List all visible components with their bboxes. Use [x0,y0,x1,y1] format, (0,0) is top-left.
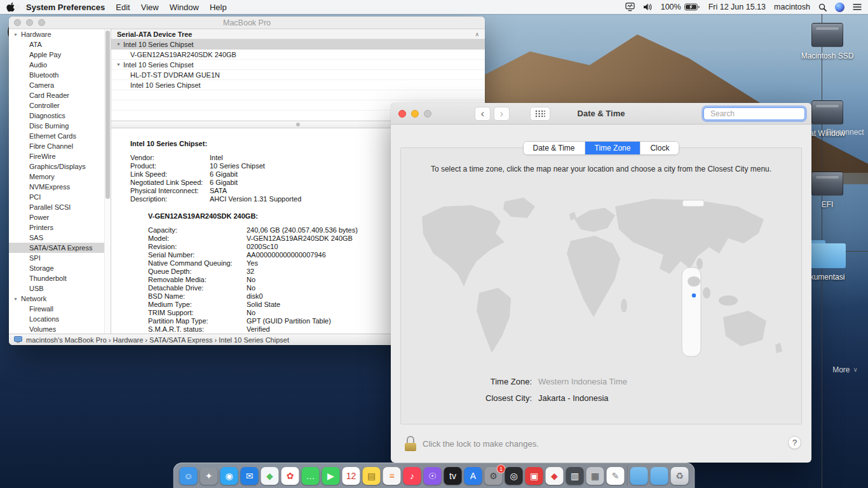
tree-row-intel-10-series-chipset[interactable]: ▼ Intel 10 Series Chipset [111,80,485,90]
sidebar-scrollbar[interactable] [104,29,111,334]
active-app-name[interactable]: System Preferences [26,3,105,12]
sidebar-item-storage[interactable]: ▼ Storage [9,263,111,273]
dock-icon-dark-app[interactable]: ◎ [505,467,523,485]
dock-icon-photos[interactable]: ✿ [281,467,299,485]
sidebar-item-usb[interactable]: ▼ USB [9,283,111,294]
sidebar-item-controller[interactable]: ▼ Controller [9,100,111,111]
tree-row[interactable]: ▼ [111,90,485,100]
sidebar-item-spi[interactable]: ▼ SPI [9,253,111,263]
sidebar-item-printers[interactable]: ▼ Printers [9,222,111,233]
dock-icon-finder[interactable]: ☺ [180,467,198,485]
sidebar-item-hardware[interactable]: ▼ Hardware [9,29,111,39]
sidebar-item-nvmexpress[interactable]: ▼ NVMExpress [9,182,111,192]
show-all-grid-button[interactable] [530,107,550,121]
dock-icon-printer[interactable]: ▦ [587,467,604,485]
dock-icon-maps[interactable]: ◆ [261,467,279,485]
datetime-titlebar[interactable]: ‹ › Date & Time [391,103,811,125]
closest-city-value[interactable]: Jakarta - Indonesia [538,393,609,403]
menu-help[interactable]: Help [210,3,227,12]
disclosure-triangle-icon[interactable]: ▼ [13,297,18,301]
zoom-button[interactable] [424,110,431,118]
collapse-section-icon[interactable]: ∧ [475,31,479,37]
close-button[interactable] [14,19,21,26]
sidebar-item-firewall[interactable]: ▼ Firewall [9,304,111,314]
dock-icon-calendar[interactable]: 12 [342,467,360,485]
dock-icon-trash[interactable]: ♻ [671,467,689,485]
dock-icon-mail[interactable]: ✉ [241,467,259,485]
dock-icon-folder-documents[interactable] [630,467,648,485]
sidebar-item-parallel-scsi[interactable]: ▼ Parallel SCSI [9,202,111,212]
forward-button[interactable]: › [494,107,510,121]
lock-icon[interactable] [405,436,416,451]
zoom-button[interactable] [38,19,45,26]
sidebar-item-apple-pay[interactable]: ▼ Apple Pay [9,50,111,60]
sidebar-item-fibre-channel[interactable]: ▼ Fibre Channel [9,141,111,151]
dock-icon-anydesk[interactable]: ◆ [546,467,564,485]
close-button[interactable] [398,110,406,118]
sidebar-item-diagnostics[interactable]: ▼ Diagnostics [9,111,111,121]
sidebar-item-sata-sata-express[interactable]: ▼ SATA/SATA Express [9,243,111,253]
desktop-icon-macintosh-ssd[interactable]: Macintosh SSD [803,23,852,60]
disclosure-triangle-icon[interactable]: ▼ [116,42,121,46]
volume-icon[interactable] [643,3,653,11]
back-button[interactable]: ‹ [475,107,491,121]
dock-icon-facetime[interactable]: ▶ [322,467,340,485]
dock-icon-gray-dark-app[interactable]: ▥ [566,467,584,485]
dock-icon-app-store[interactable]: A [465,467,482,485]
sidebar-item-audio[interactable]: ▼ Audio [9,60,111,70]
dock-icon-textedit[interactable]: ✎ [607,467,625,485]
tab-date-time[interactable]: Date & Time [524,142,585,154]
help-button[interactable]: ? [788,436,801,449]
sidebar-item-pci[interactable]: ▼ PCI [9,192,111,202]
minimize-button[interactable] [26,19,33,26]
notification-center-icon[interactable] [853,3,862,11]
sidebar-item-ethernet-cards[interactable]: ▼ Ethernet Cards [9,131,111,141]
selected-city-marker[interactable] [691,293,696,298]
apple-menu[interactable] [6,2,15,12]
search-input[interactable] [710,109,809,118]
dock-icon-notes[interactable]: ▤ [363,467,381,485]
fast-user-switching[interactable]: macintosh [774,3,810,11]
sidebar-item-sas[interactable]: ▼ SAS [9,233,111,243]
tree-row-hl-dt-st-dvdram-gue1n[interactable]: ▼ HL-DT-ST DVDRAM GUE1N [111,70,485,80]
dock-icon-podcasts[interactable]: ☉ [424,467,442,485]
search-field[interactable] [703,107,805,120]
menu-view[interactable]: View [141,3,159,12]
tree-row-intel-10-series-chipset[interactable]: ▼ Intel 10 Series Chipset [111,39,485,50]
spotlight-icon[interactable] [818,3,827,11]
sidebar-item-thunderbolt[interactable]: ▼ Thunderbolt [9,273,111,283]
dock-icon-music[interactable]: ♪ [403,467,421,485]
dock-icon-red-app[interactable]: ▣ [526,467,543,485]
tab-clock[interactable]: Clock [641,142,679,154]
siri-icon[interactable] [835,3,844,12]
sidebar-item-power[interactable]: ▼ Power [9,212,111,222]
sidebar-item-graphics-displays[interactable]: ▼ Graphics/Displays [9,161,111,172]
sidebar-item-network[interactable]: ▼ Network [9,294,111,304]
dock-icon-system-preferences[interactable]: ⚙ 1 [485,467,503,485]
minimize-button[interactable] [411,110,419,118]
tree-row-intel-10-series-chipset[interactable]: ▼ Intel 10 Series Chipset [111,60,485,70]
sidebar-item-card-reader[interactable]: ▼ Card Reader [9,90,111,100]
dock-icon-tv[interactable]: tv [444,467,462,485]
sidebar-item-bluetooth[interactable]: ▼ Bluetooth [9,70,111,80]
scrollbar-thumb[interactable] [105,30,110,199]
menubar-clock[interactable]: Fri 12 Jun 15.13 [709,3,766,11]
disclosure-triangle-icon[interactable]: ▼ [13,32,18,37]
world-map[interactable] [410,193,792,364]
menu-window[interactable]: Window [170,3,199,12]
menu-edit[interactable]: Edit [116,3,130,12]
disclosure-triangle-icon[interactable]: ▼ [116,62,121,67]
dock-icon-launchpad[interactable]: ✦ [200,467,218,485]
sidebar-item-firewire[interactable]: ▼ FireWire [9,151,111,161]
tree-row-v-gen12as19ar240sdk-240gb[interactable]: ▼ V-GEN12AS19AR240SDK 240GB [111,50,485,60]
sidebar-item-memory[interactable]: ▼ Memory [9,172,111,182]
battery-status[interactable]: 100% [661,3,700,11]
sidebar-item-disc-burning[interactable]: ▼ Disc Burning [9,121,111,131]
dock-icon-messages[interactable]: … [302,467,320,485]
sidebar-item-volumes[interactable]: ▼ Volumes [9,324,111,334]
dock-icon-safari[interactable]: ◉ [220,467,238,485]
sidebar-item-camera[interactable]: ▼ Camera [9,80,111,90]
sidebar-item-locations[interactable]: ▼ Locations [9,314,111,324]
dock-icon-folder-downloads[interactable] [651,467,668,485]
display-status-icon[interactable] [625,3,635,11]
